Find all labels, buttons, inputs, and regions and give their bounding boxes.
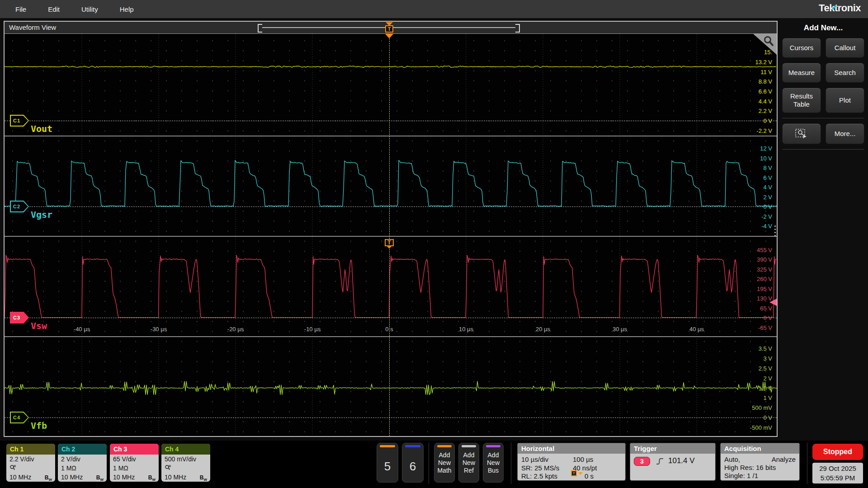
acquisition-resolution: High Res: 16 bits [724, 464, 776, 471]
channel-name-label: Vsw [31, 320, 47, 331]
add-new-search-button[interactable]: Search [826, 63, 864, 83]
channel-card-bandwidth: 10 MHzBW [161, 473, 210, 482]
time-axis-label: -30 µs [151, 326, 167, 333]
waveform-trace-vout [5, 34, 777, 136]
horizontal-window: 100 µs [573, 455, 593, 463]
overview-left-bracket-icon[interactable] [258, 24, 262, 33]
add-new-bus-button[interactable]: AddNewBus [483, 443, 504, 483]
channel-card-bandwidth: 10 MHzBW [110, 473, 159, 482]
menu-item-edit[interactable]: Edit [37, 5, 71, 13]
scale-label: 6 V [763, 174, 772, 181]
time-axis-label: 30 µs [613, 326, 627, 333]
overview-right-bracket-icon[interactable] [515, 24, 520, 33]
menu-item-utility[interactable]: Utility [71, 5, 109, 13]
horizontal-settings-card[interactable]: Horizontal 10 µs/div 100 µs SR: 25 MS/s … [517, 443, 626, 481]
trigger-source-badge: 3 [634, 457, 650, 466]
add-new-plot-button[interactable]: Plot [826, 88, 864, 113]
channel-card-coupling [161, 464, 210, 473]
scale-label: 4 V [763, 184, 772, 191]
bandwidth-limit-badge: BW [45, 473, 52, 482]
trigger-level-arrow-icon[interactable] [769, 299, 777, 306]
scale-label: 12 V [760, 145, 772, 152]
tektronix-logo: Tektronix [819, 2, 861, 14]
acquisition-card-title: Acquisition [721, 443, 799, 454]
channel-badge-c2[interactable]: C2 [10, 201, 29, 212]
add-new-ref-button[interactable]: AddNewRef [458, 443, 479, 483]
scale-label: 13.2 V [755, 58, 772, 65]
horizontal-position-overview[interactable]: T [257, 22, 521, 33]
scale-label: 390 V [757, 256, 772, 263]
trigger-position-mini-icon: T [571, 470, 577, 476]
aux-channel-6-button[interactable]: 6 [402, 443, 424, 483]
channel-badge-c4[interactable]: C4 [10, 412, 29, 423]
channel-card-header: Ch 3 [110, 444, 159, 455]
menu-item-help[interactable]: Help [109, 5, 145, 13]
scale-label: 10 V [760, 155, 772, 161]
bandwidth-limit-badge: BW [96, 473, 104, 482]
aux-channel-5-button[interactable]: 5 [377, 443, 398, 483]
channel-badge-c1[interactable]: C1 [10, 115, 29, 127]
channel-color-stripe [380, 445, 395, 447]
channel-name-label: Vgsr [31, 209, 52, 220]
slice-separator [5, 136, 777, 136]
trigger-time-line [389, 34, 390, 436]
scale-label: 0 V [763, 314, 772, 321]
scale-label: 260 V [757, 276, 772, 282]
add-new-results-table-button[interactable]: Results Table [782, 88, 821, 113]
time-axis-label: -10 µs [304, 326, 321, 333]
scale-label: 195 V [757, 285, 772, 292]
waveform-view-titlebar: Waveform View T [5, 22, 777, 34]
acquisition-single: Single: 1 /1 [724, 472, 758, 479]
add-new-sidebar: Add New... CursorsCalloutMeasureSearchRe… [780, 21, 866, 437]
add-new-cursors-button[interactable]: Cursors [782, 38, 821, 58]
trigger-top-triangle-icon[interactable] [385, 34, 393, 38]
scale-label: 3.5 V [759, 345, 772, 352]
add-new-callout-button[interactable]: Callout [826, 38, 864, 58]
run-stop-status-button[interactable]: Stopped [812, 444, 863, 460]
channel-slice-vfb: 3.5 V3 V2.5 V2 V1.5 V1 V500 mV0 V-500 mV… [5, 336, 777, 436]
trigger-position-mini-triangle-icon [578, 472, 583, 475]
magnifier-icon[interactable] [763, 35, 774, 47]
channel-card-ch1[interactable]: Ch 12.2 V/div10 MHzBW [6, 444, 55, 482]
channel-badge-label: C2 [10, 201, 24, 212]
channel-card-vdiv: 500 mV/div [161, 455, 210, 464]
scale-label: -2.2 V [756, 127, 772, 134]
scale-label: -65 V [758, 324, 772, 331]
scale-label: 6.6 V [759, 88, 772, 94]
horizontal-card-title: Horizontal [518, 443, 625, 454]
button-color-stripe [486, 445, 500, 447]
channel-card-ch4[interactable]: Ch 4500 mV/div10 MHzBW [161, 444, 210, 482]
scale-label: 3 V [763, 355, 772, 362]
bottom-divider [429, 442, 429, 484]
channel-slice-vout: 15.13.2 V11 V8.8 V6.6 V4.4 V2.2 V0 V-2.2… [5, 34, 777, 136]
acquisition-analyze: Analyze [772, 455, 796, 463]
zoom-select-button[interactable] [782, 123, 821, 144]
channel-card-header: Ch 4 [161, 444, 210, 455]
channel-card-coupling [6, 464, 55, 473]
scale-label: 0 V [763, 117, 772, 124]
scale-label: 0 V [763, 414, 772, 421]
time-text: 5:05:59 PM [812, 473, 863, 483]
channel-card-ch3[interactable]: Ch 365 V/div1 MΩ10 MHzBW [110, 444, 159, 482]
horizontal-scale: 10 µs/div [521, 455, 548, 463]
menu-item-file[interactable]: File [5, 5, 37, 13]
more-button[interactable]: More... [826, 123, 864, 144]
probe-icon [165, 465, 171, 470]
acquisition-settings-card[interactable]: Acquisition Auto, Analyze High Res: 16 b… [720, 443, 800, 481]
channel-badge-c3[interactable]: C3 [10, 312, 29, 324]
settings-bar: Ch 12.2 V/div10 MHzBWCh 22 V/div1 MΩ10 M… [0, 441, 868, 488]
panel-resize-handle[interactable] [774, 224, 776, 238]
slice-separator [5, 336, 777, 337]
add-new-math-button[interactable]: AddNewMath [434, 443, 455, 483]
scale-label: 4.4 V [759, 98, 772, 104]
channel-card-vdiv: 2.2 V/div [6, 455, 55, 464]
trigger-settings-card[interactable]: Trigger 3 101.4 V [630, 443, 716, 481]
channel-card-vdiv: 2 V/div [58, 455, 107, 464]
add-new-measure-button[interactable]: Measure [782, 63, 821, 83]
scale-label: -2 V [761, 213, 772, 220]
waveform-graticule: 15.13.2 V11 V8.8 V6.6 V4.4 V2.2 V0 V-2.2… [5, 34, 777, 436]
trigger-position-flag-icon[interactable]: T [385, 25, 393, 33]
trigger-level: 101.4 V [668, 456, 695, 465]
channel-card-ch2[interactable]: Ch 22 V/div1 MΩ10 MHzBW [58, 444, 107, 482]
add-new-title: Add New... [780, 23, 866, 33]
